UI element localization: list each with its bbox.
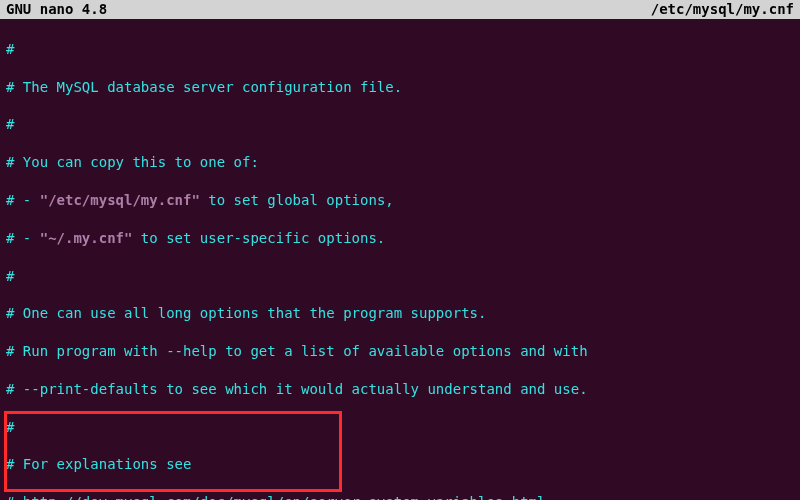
file-line: # Run program with --help to get a list … xyxy=(6,342,794,361)
file-line: # xyxy=(6,267,794,286)
nano-filepath: /etc/mysql/my.cnf xyxy=(651,0,794,19)
file-line: # The MySQL database server configuratio… xyxy=(6,78,794,97)
file-line: # http://dev.mysql.com/doc/mysql/en/serv… xyxy=(6,493,794,500)
nano-app-name: GNU nano 4.8 xyxy=(6,0,107,19)
file-line: # xyxy=(6,115,794,134)
file-line: # --print-defaults to see which it would… xyxy=(6,380,794,399)
file-line: # - "/etc/mysql/my.cnf" to set global op… xyxy=(6,191,794,210)
file-line: # For explanations see xyxy=(6,455,794,474)
nano-titlebar: GNU nano 4.8 /etc/mysql/my.cnf xyxy=(0,0,800,19)
file-line: # You can copy this to one of: xyxy=(6,153,794,172)
file-line: # - "~/.my.cnf" to set user-specific opt… xyxy=(6,229,794,248)
editor-area[interactable]: # # The MySQL database server configurat… xyxy=(0,19,800,500)
file-line: # One can use all long options that the … xyxy=(6,304,794,323)
file-line: # xyxy=(6,418,794,437)
file-line: # xyxy=(6,40,794,59)
